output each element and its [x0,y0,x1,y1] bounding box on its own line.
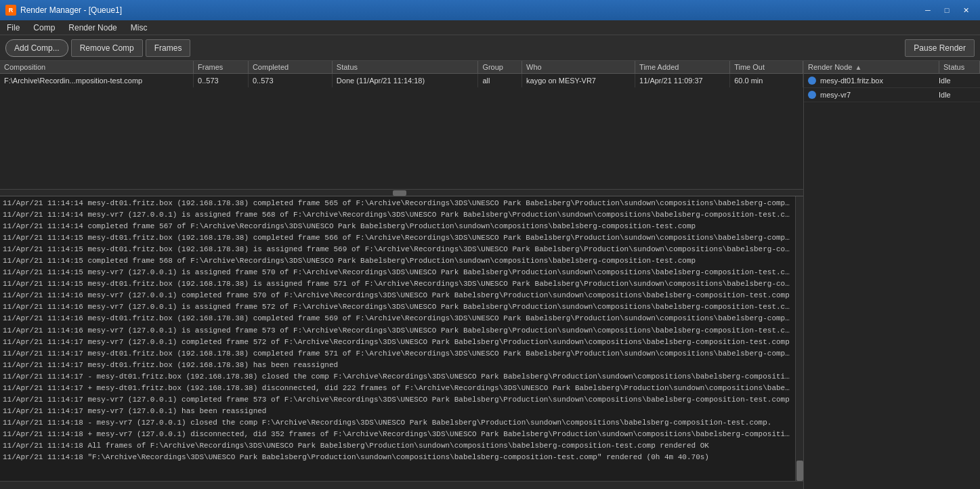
col-header-who: Who [522,61,635,74]
node-status: Idle [939,91,976,99]
render-nodes-list: mesy-dt01.fritz.boxIdlemesy-vr7Idle [804,74,980,102]
menu-misc[interactable]: Misc [124,22,154,34]
render-node-row[interactable]: mesy-vr7Idle [804,88,980,102]
queue-empty-space [0,87,803,189]
log-line: 11/Apr/21 11:14:14 completed frame 567 o… [3,221,792,232]
log-line: 11/Apr/21 11:14:17 mesy-vr7 (127.0.0.1) … [3,406,792,417]
queue-cell-0: F:\Archive\Recordin...mposition-test.com… [0,74,194,88]
title-text: Render Manager - [Queue1] [20,5,122,15]
log-text-area: 11/Apr/21 11:14:14 mesy-dt01.fritz.box (… [0,196,795,481]
col-header-composition: Composition [0,61,194,74]
log-inner: 11/Apr/21 11:14:14 mesy-dt01.fritz.box (… [0,196,803,481]
log-line: 11/Apr/21 11:14:17 - mesy-dt01.fritz.box… [3,371,792,383]
node-status: Idle [939,77,976,85]
menu-file[interactable]: File [0,22,26,34]
log-line: 11/Apr/21 11:14:16 mesy-vr7 (127.0.0.1) … [3,290,792,301]
left-panel: Composition Frames Completed Status Grou… [0,61,804,489]
node-name: mesy-dt01.fritz.box [820,77,939,85]
render-node-col-status: Status [939,61,980,73]
sort-arrow-icon: ▲ [855,64,861,71]
col-header-frames: Frames [194,61,249,74]
log-horizontal-scrollbar[interactable] [0,481,803,489]
queue-section: Composition Frames Completed Status Grou… [0,61,803,196]
log-line: 11/Apr/21 11:14:15 mesy-dt01.fritz.box (… [3,244,792,255]
log-container: 11/Apr/21 11:14:14 mesy-dt01.fritz.box (… [0,196,803,489]
frames-button[interactable]: Frames [146,39,191,57]
log-line: 11/Apr/21 11:14:16 mesy-dt01.fritz.box (… [3,313,792,324]
log-line: 11/Apr/21 11:14:17 mesy-dt01.fritz.box (… [3,360,792,371]
main-content: Composition Frames Completed Status Grou… [0,61,980,489]
log-line: 11/Apr/21 11:14:17 mesy-vr7 (127.0.0.1) … [3,394,792,406]
log-line: 11/Apr/21 11:14:18 "F:\Archive\Recording… [3,452,792,463]
add-comp-button[interactable]: Add Comp... [5,39,68,57]
log-line: 11/Apr/21 11:14:18 - mesy-vr7 (127.0.0.1… [3,417,792,429]
title-bar-left: R Render Manager - [Queue1] [5,5,122,16]
log-line: 11/Apr/21 11:14:15 mesy-dt01.fritz.box (… [3,232,792,244]
log-line: 11/Apr/21 11:14:15 mesy-vr7 (127.0.0.1) … [3,267,792,278]
node-name: mesy-vr7 [820,91,939,99]
log-line: 11/Apr/21 11:14:17 mesy-vr7 (127.0.0.1) … [3,337,792,348]
queue-table: Composition Frames Completed Status Grou… [0,61,803,87]
log-line: 11/Apr/21 11:14:16 mesy-vr7 (127.0.0.1) … [3,325,792,337]
app-icon: R [5,5,16,16]
log-line: 11/Apr/21 11:14:17 + mesy-dt01.fritz.box… [3,383,792,394]
queue-table-header-row: Composition Frames Completed Status Grou… [0,61,803,74]
log-line: 11/Apr/21 11:14:16 mesy-vr7 (127.0.0.1) … [3,301,792,313]
toolbar: Add Comp... Remove Comp Frames Pause Ren… [0,35,980,61]
queue-cell-2: 0..573 [248,74,332,88]
log-line: 11/Apr/21 11:14:17 mesy-dt01.fritz.box (… [3,348,792,360]
log-vertical-scrollbar[interactable] [795,196,803,481]
queue-scrollbar[interactable] [0,189,803,196]
queue-cell-3: Done (11/Apr/21 11:14:18) [332,74,478,88]
log-line: 11/Apr/21 11:14:14 mesy-vr7 (127.0.0.1) … [3,209,792,221]
menu-render-node[interactable]: Render Node [62,22,123,34]
log-line: 11/Apr/21 11:14:18 All frames of F:\Arch… [3,440,792,452]
log-line: 11/Apr/21 11:14:15 mesy-dt01.fritz.box (… [3,278,792,290]
log-content: 11/Apr/21 11:14:14 mesy-dt01.fritz.box (… [0,196,795,465]
col-header-status: Status [332,61,478,74]
render-node-row[interactable]: mesy-dt01.fritz.boxIdle [804,74,980,88]
render-nodes-header: Render Node ▲ Status [804,61,980,74]
title-bar: R Render Manager - [Queue1] ─ □ ✕ [0,0,980,20]
log-line: 11/Apr/21 11:14:18 + mesy-vr7 (127.0.0.1… [3,429,792,440]
log-vscroll-thumb[interactable] [796,461,803,481]
col-header-time-added: Time Added [635,61,730,74]
queue-cell-1: 0..573 [194,74,249,88]
render-node-col-name: Render Node ▲ [804,61,939,73]
minimize-button[interactable]: ─ [919,3,937,17]
node-status-dot [808,77,816,85]
node-status-dot [808,91,816,99]
col-header-group: Group [478,61,522,74]
queue-cell-4: all [478,74,522,88]
menu-comp[interactable]: Comp [26,22,62,34]
close-button[interactable]: ✕ [957,3,975,17]
queue-table-body: F:\Archive\Recordin...mposition-test.com… [0,74,803,88]
col-header-time-out: Time Out [730,61,803,74]
maximize-button[interactable]: □ [938,3,956,17]
queue-cell-6: 11/Apr/21 11:09:37 [635,74,730,88]
log-line: 11/Apr/21 11:14:15 completed frame 568 o… [3,255,792,267]
log-section: 11/Apr/21 11:14:14 mesy-dt01.fritz.box (… [0,196,803,489]
queue-cell-7: 60.0 min [730,74,803,88]
pause-render-button[interactable]: Pause Render [905,39,975,57]
menu-bar: File Comp Render Node Misc [0,20,980,35]
table-row[interactable]: F:\Archive\Recordin...mposition-test.com… [0,74,803,88]
col-header-completed: Completed [248,61,332,74]
queue-cell-5: kaygo on MESY-VR7 [522,74,635,88]
title-bar-controls: ─ □ ✕ [919,3,975,17]
right-panel: Render Node ▲ Status mesy-dt01.fritz.box… [804,61,980,489]
queue-scrollbar-thumb[interactable] [393,190,406,196]
remove-comp-button[interactable]: Remove Comp [71,39,143,57]
log-line: 11/Apr/21 11:14:14 mesy-dt01.fritz.box (… [3,198,792,209]
